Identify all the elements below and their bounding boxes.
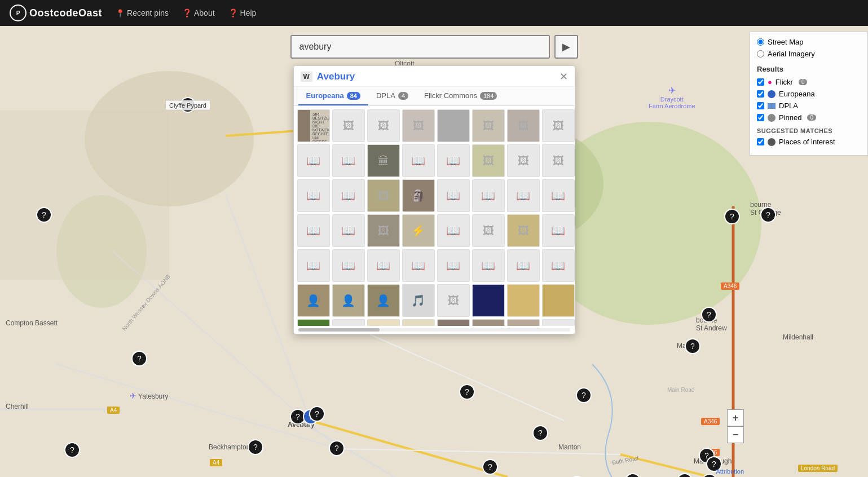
grid-item[interactable]: 📖: [297, 179, 330, 212]
aerial-imagery-option[interactable]: Aerial Imagery: [757, 50, 861, 58]
tab-dpla[interactable]: DPLA 4: [368, 87, 416, 105]
grid-item[interactable]: 📖: [437, 214, 470, 247]
recent-pins-link[interactable]: 📍 Recent pins: [116, 8, 169, 17]
grid-item[interactable]: 📖: [332, 179, 365, 212]
about-icon: ❓: [182, 8, 192, 17]
grid-item[interactable]: 📄: [402, 319, 435, 326]
grid-item[interactable]: 📖: [542, 249, 575, 282]
pinned-checkbox[interactable]: [757, 114, 764, 121]
pinned-checkbox-row[interactable]: Pinned 0: [757, 113, 861, 122]
about-link[interactable]: ❓ About: [182, 8, 215, 17]
marker-11[interactable]: ?: [576, 387, 592, 403]
grid-item[interactable]: 🖼: [367, 179, 400, 212]
grid-item[interactable]: 📖: [507, 179, 540, 212]
attribution-link[interactable]: Attribution: [716, 468, 744, 475]
grid-item[interactable]: 👤: [297, 284, 330, 317]
grid-item[interactable]: 🏛: [507, 319, 540, 326]
grid-item[interactable]: 📖: [472, 249, 505, 282]
places-checkbox[interactable]: [757, 138, 764, 145]
marker-5[interactable]: ?: [329, 440, 345, 456]
grid-item[interactable]: 📖: [402, 144, 435, 177]
flickr-checkbox-row[interactable]: ● Flickr 0: [757, 78, 861, 86]
app-logo[interactable]: P OostcodeOast: [9, 4, 102, 22]
grid-item[interactable]: 🖼: [367, 214, 400, 247]
result-grid-container[interactable]: SIR BESITZEN NICHT DIE NOTWENDIGEN RECHT…: [294, 106, 575, 326]
marker-3[interactable]: ?: [131, 351, 147, 366]
grid-item[interactable]: 🖼: [542, 319, 575, 326]
grid-item[interactable]: 🖼: [472, 144, 505, 177]
grid-item[interactable]: 👤: [367, 284, 400, 317]
flickr-checkbox[interactable]: [757, 78, 764, 86]
marker-1[interactable]: ?: [36, 207, 52, 223]
marker-10[interactable]: ?: [532, 425, 548, 441]
grid-item[interactable]: 📖: [297, 249, 330, 282]
marker-7[interactable]: ?: [64, 442, 80, 458]
grid-item[interactable]: 🏛: [367, 144, 400, 177]
grid-item[interactable]: ⚡: [402, 214, 435, 247]
grid-item[interactable]: 📖: [507, 249, 540, 282]
grid-item[interactable]: 🖼: [367, 109, 400, 142]
grid-item[interactable]: 📖: [367, 249, 400, 282]
grid-item[interactable]: 🎵: [402, 284, 435, 317]
grid-item[interactable]: 📖: [332, 214, 365, 247]
tab-europeana[interactable]: Europeana 84: [298, 87, 368, 105]
grid-item[interactable]: 📖: [297, 144, 330, 177]
dpla-checkbox-row[interactable]: DPLA: [757, 101, 861, 110]
grid-item[interactable]: 📖: [332, 144, 365, 177]
grid-item[interactable]: 🖼: [507, 144, 540, 177]
marker-18[interactable]: ?: [701, 307, 717, 323]
zoom-in-button[interactable]: +: [727, 409, 744, 426]
grid-item[interactable]: 📖: [437, 179, 470, 212]
grid-item[interactable]: [472, 284, 505, 317]
street-map-option[interactable]: Street Map: [757, 38, 861, 46]
grid-item[interactable]: 📖: [297, 214, 330, 247]
grid-item[interactable]: [542, 284, 575, 317]
grid-item[interactable]: 📖: [332, 319, 365, 326]
grid-item[interactable]: 📖: [472, 179, 505, 212]
marker-19[interactable]: ?: [685, 338, 700, 354]
grid-item[interactable]: 🟢: [297, 319, 330, 326]
marker-8[interactable]: ?: [459, 384, 475, 400]
grid-item[interactable]: 🖼: [472, 214, 505, 247]
grid-item[interactable]: 🖼: [507, 109, 540, 142]
marker-9[interactable]: ?: [482, 459, 498, 475]
grid-item[interactable]: 📖: [437, 249, 470, 282]
dpla-checkbox[interactable]: [757, 102, 764, 109]
grid-item[interactable]: 📖: [402, 249, 435, 282]
grid-item[interactable]: 🗿: [402, 179, 435, 212]
grid-item[interactable]: 🖼: [437, 284, 470, 317]
aerial-imagery-radio[interactable]: [757, 50, 764, 58]
grid-item[interactable]: [507, 284, 540, 317]
grid-item[interactable]: 🖼: [402, 109, 435, 142]
places-checkbox-row[interactable]: Places of interest: [757, 138, 861, 146]
grid-item[interactable]: 🖼: [472, 319, 505, 326]
grid-item[interactable]: 📖: [542, 214, 575, 247]
street-map-radio[interactable]: [757, 38, 764, 46]
grid-item[interactable]: SIR BESITZEN NICHT DIE NOTWENDIGEN RECHT…: [297, 109, 330, 142]
grid-item[interactable]: 📖: [332, 249, 365, 282]
grid-item[interactable]: 🖼: [542, 144, 575, 177]
grid-item[interactable]: 🖼: [437, 319, 470, 326]
zoom-out-button[interactable]: −: [727, 426, 744, 443]
grid-item[interactable]: 🖼: [542, 109, 575, 142]
grid-item[interactable]: 🖼: [472, 109, 505, 142]
grid-item[interactable]: 📖: [542, 179, 575, 212]
marker-16[interactable]: ?: [724, 209, 740, 224]
marker-6[interactable]: ?: [248, 439, 263, 455]
locate-button[interactable]: ▶: [554, 35, 578, 59]
help-link[interactable]: ❓ Help: [228, 8, 257, 17]
grid-item[interactable]: 🖼: [437, 109, 470, 142]
suggested-matches-title: Suggested matches: [757, 127, 861, 134]
grid-item[interactable]: 📖: [437, 144, 470, 177]
europeana-checkbox[interactable]: [757, 90, 764, 98]
search-input[interactable]: [290, 35, 550, 59]
grid-item[interactable]: 👤: [332, 284, 365, 317]
marker-avebury3[interactable]: ?: [309, 406, 325, 422]
grid-item[interactable]: 📄: [367, 319, 400, 326]
grid-item[interactable]: 🖼: [332, 109, 365, 142]
tab-flickr[interactable]: Flickr Commons 184: [416, 87, 505, 105]
marker-17[interactable]: ?: [760, 207, 776, 223]
grid-item[interactable]: 🖼: [507, 214, 540, 247]
europeana-checkbox-row[interactable]: Europeana: [757, 90, 861, 98]
result-close-button[interactable]: ✕: [559, 70, 568, 83]
